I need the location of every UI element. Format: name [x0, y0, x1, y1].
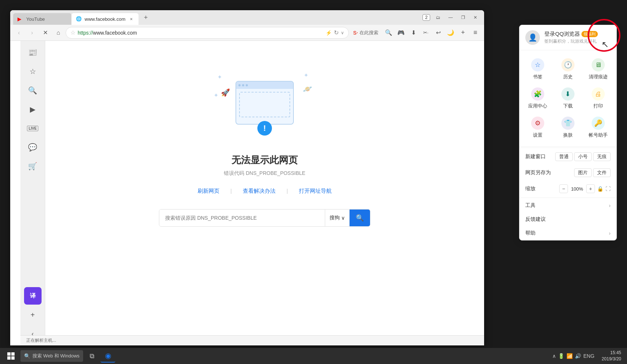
tab-youtube[interactable]: ▶ YouTube	[13, 13, 71, 25]
solutions-link[interactable]: 查看解决办法	[243, 188, 276, 195]
tray-volume-icon[interactable]: 🔊	[575, 353, 581, 359]
account-menu-icon: 🔑	[592, 117, 605, 130]
small-window-btn[interactable]: 小号	[574, 152, 592, 161]
maximize-button[interactable]: ❐	[457, 12, 469, 23]
taskbar-search-icon: 🔍	[24, 353, 30, 359]
menu-row-tools[interactable]: 工具 ›	[519, 199, 616, 212]
search-engine-button[interactable]: S· 在此搜索	[350, 29, 381, 37]
error-title: 无法显示此网页	[231, 154, 298, 167]
sidebar-item-translate[interactable]: 译	[24, 287, 42, 305]
sidebar-item-video[interactable]: ▶	[24, 101, 42, 118]
tray-battery-icon[interactable]: 🔋	[558, 353, 564, 359]
save-image-btn[interactable]: 图片	[574, 168, 592, 177]
menu-row-feedback[interactable]: 反馈建议	[519, 212, 616, 226]
tray-network-icon[interactable]: 📶	[566, 353, 573, 359]
start-button[interactable]	[3, 349, 19, 363]
settings-menu-icon: ⚙	[531, 117, 544, 130]
menu-user-info: 登录QQ浏览器 领福利 签到赢积分，玩游戏兑好礼	[544, 31, 611, 44]
dropdown-icon[interactable]: ∨	[341, 30, 344, 35]
taskbar: 🔍 搜索 Web 和 Windows ⧉ ◉ ∧ 🔋 📶 🔊 ENG 15:45…	[0, 348, 627, 364]
tab-facebook[interactable]: 🌐 www.facebook.com ✕	[71, 13, 139, 25]
close-button[interactable]: ✕	[470, 12, 481, 23]
tab-close-button[interactable]: ✕	[128, 16, 134, 22]
deco-star-2: ✦	[214, 92, 218, 99]
sidebar: 📰 ☆ 🔍 ▶ LIVE 💬 🛒 译 + ‹	[20, 41, 45, 345]
sidebar-item-shop[interactable]: 🛒	[24, 157, 42, 175]
search-engine-label: S·	[353, 30, 358, 36]
menu-item-account[interactable]: 🔑 帐号助手	[583, 113, 614, 142]
search-toolbar-button[interactable]: 🔍	[383, 27, 394, 39]
incognito-window-btn[interactable]: 无痕	[593, 152, 611, 161]
zoom-plus-btn[interactable]: +	[586, 184, 595, 193]
sidebar-item-bookmark[interactable]: ☆	[24, 63, 42, 80]
save-page-label: 网页另存为	[525, 169, 551, 176]
menu-item-print[interactable]: 🖨 打印	[583, 84, 614, 113]
tools-arrow-icon: ›	[609, 203, 611, 208]
history-menu-icon: 🕐	[561, 58, 575, 71]
bookmark-star-icon[interactable]: ☆	[70, 29, 75, 36]
task-view-button[interactable]: ⧉	[85, 349, 99, 363]
search-button[interactable]: 🔍	[350, 210, 370, 226]
save-file-btn[interactable]: 文件	[593, 168, 611, 177]
menu-item-appstore[interactable]: 🧩 应用中心	[522, 84, 553, 113]
menu-button[interactable]: ≡	[470, 27, 481, 39]
feedback-label: 反馈建议	[525, 216, 546, 223]
live-icon: LIVE	[27, 126, 38, 131]
menu-item-skin[interactable]: 👕 换肤	[553, 113, 583, 142]
address-bar[interactable]: ☆ https://www.facebook.com ⚡ ↻ ∨	[66, 27, 349, 39]
sidebar-add-button[interactable]: +	[24, 306, 42, 324]
toolbar-right: 🔍 🎮 ⬇ ✂· ↩ 🌙 + ≡	[383, 27, 481, 39]
menu-item-download[interactable]: ⬇ 下载	[553, 84, 583, 113]
menu-item-bookmark[interactable]: ☆ 书签	[522, 55, 553, 84]
tray-ime-icon[interactable]: ENG	[583, 353, 594, 359]
minimize-button[interactable]: —	[445, 12, 456, 23]
add-tab-button[interactable]: +	[140, 12, 152, 23]
sidebar-item-live[interactable]: LIVE	[24, 120, 42, 137]
search-icon: 🔍	[28, 86, 37, 95]
home-button[interactable]: ⌂	[52, 27, 64, 39]
download-button[interactable]: ⬇	[408, 27, 419, 39]
search-engine-select[interactable]: 搜狗 ∨	[325, 210, 350, 226]
taskbar-search[interactable]: 🔍 搜索 Web 和 Windows	[20, 350, 83, 362]
taskbar-qq-browser[interactable]: ◉	[101, 349, 115, 363]
menu-row-new-window[interactable]: 新建窗口 普通 小号 无痕	[519, 149, 616, 165]
zoom-lock-icon[interactable]: 🔒	[597, 186, 603, 192]
sidebar-item-chat[interactable]: 💬	[24, 138, 42, 156]
refresh-link[interactable]: 刷新网页	[198, 188, 219, 195]
login-button[interactable]: 登录QQ浏览器 领福利	[544, 31, 611, 38]
taskbar-clock[interactable]: 15:45 2019/3/20	[599, 350, 624, 362]
error-window-body	[239, 92, 290, 117]
sidebar-item-news[interactable]: 📰	[24, 44, 42, 61]
error-actions: 刷新网页 | 查看解决办法 | 打开网址导航	[198, 188, 332, 195]
plus-button[interactable]: +	[457, 27, 469, 39]
stop-button[interactable]: ✕	[39, 27, 51, 39]
url-protocol: https://	[78, 30, 93, 36]
system-tray: ∧ 🔋 📶 🔊 ENG	[549, 353, 597, 359]
clock-date: 2019/3/20	[602, 356, 621, 362]
zoom-expand-icon[interactable]: ⛶	[605, 186, 611, 192]
facebook-favicon: 🌐	[76, 16, 82, 22]
error-search-input[interactable]	[159, 210, 325, 226]
menu-item-history[interactable]: 🕐 历史	[553, 55, 583, 84]
menu-row-help[interactable]: 帮助 ›	[519, 226, 616, 240]
error-search-bar: 搜狗 ∨ 🔍	[159, 209, 370, 227]
menu-row-save-page[interactable]: 网页另存为 图片 文件	[519, 165, 616, 181]
windows-logo	[7, 352, 15, 360]
status-text: 正在解析主机...	[26, 337, 56, 344]
zoom-minus-btn[interactable]: −	[559, 184, 568, 193]
navigate-link[interactable]: 打开网址导航	[299, 188, 332, 195]
screenshot-button[interactable]: ✂·	[420, 27, 432, 39]
sidebar-item-search[interactable]: 🔍	[24, 82, 42, 99]
refresh-icon[interactable]: ↻	[334, 29, 339, 36]
forward-button[interactable]: ›	[26, 27, 38, 39]
back-button[interactable]: ‹	[13, 27, 25, 39]
night-mode-button[interactable]: 🌙	[445, 27, 456, 39]
menu-item-settings[interactable]: ⚙ 设置	[522, 113, 553, 142]
menu-item-clear[interactable]: 🖥 清理痕迹	[583, 55, 614, 84]
game-button[interactable]: 🎮	[395, 27, 407, 39]
normal-window-btn[interactable]: 普通	[555, 152, 573, 161]
tray-up-arrow-icon[interactable]: ∧	[552, 353, 556, 359]
copy-icon[interactable]: 🗂	[432, 12, 444, 23]
undo-button[interactable]: ↩	[432, 27, 444, 39]
rocket-icon: 🚀	[221, 88, 230, 97]
